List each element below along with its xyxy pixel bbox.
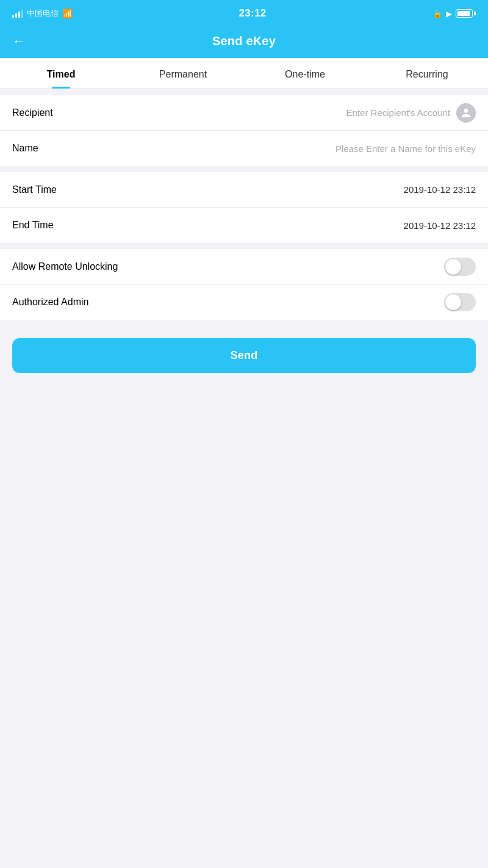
name-label: Name	[12, 143, 92, 154]
status-left: 中国电信 📶	[12, 8, 73, 19]
authorized-admin-toggle[interactable]	[444, 293, 476, 311]
tab-one-time[interactable]: One-time	[244, 58, 366, 89]
status-bar: 中国电信 📶 23:12 🔒 ▶	[0, 0, 488, 27]
status-right: 🔒 ▶	[432, 9, 476, 18]
signal-icon	[12, 9, 23, 18]
recipient-label: Recipient	[12, 107, 92, 118]
start-time-value: 2019-10-12 23:12	[92, 184, 476, 195]
toggles-section: Allow Remote Unlocking Authorized Admin	[0, 249, 488, 320]
send-section: Send	[0, 320, 488, 391]
lock-icon: 🔒	[432, 9, 442, 18]
end-time-label: End Time	[12, 220, 92, 231]
recipient-placeholder: Enter Recipient's Account	[346, 107, 450, 118]
tab-permanent[interactable]: Permanent	[122, 58, 244, 89]
allow-remote-label: Allow Remote Unlocking	[12, 261, 118, 272]
recipient-row[interactable]: Recipient Enter Recipient's Account	[0, 95, 488, 131]
page-title: Send eKey	[212, 34, 276, 48]
wifi-icon: 📶	[62, 9, 73, 18]
status-time: 23:12	[239, 7, 267, 20]
name-row[interactable]: Name Please Enter a Name for this eKey	[0, 131, 488, 166]
end-time-value: 2019-10-12 23:12	[92, 220, 476, 231]
contact-picker-icon[interactable]	[456, 103, 476, 123]
tab-timed[interactable]: Timed	[0, 58, 122, 89]
recipient-section: Recipient Enter Recipient's Account Name…	[0, 95, 488, 166]
carrier-text: 中国电信	[27, 8, 59, 19]
end-time-row[interactable]: End Time 2019-10-12 23:12	[0, 208, 488, 243]
tab-recurring[interactable]: Recurring	[366, 58, 488, 89]
person-icon	[461, 107, 472, 118]
send-button[interactable]: Send	[12, 338, 476, 373]
authorized-admin-label: Authorized Admin	[12, 297, 92, 308]
start-time-label: Start Time	[12, 184, 92, 195]
allow-remote-row: Allow Remote Unlocking	[0, 249, 488, 284]
tabs-container: Timed Permanent One-time Recurring	[0, 58, 488, 89]
battery-icon	[456, 9, 476, 18]
time-section: Start Time 2019-10-12 23:12 End Time 201…	[0, 172, 488, 243]
allow-remote-toggle[interactable]	[444, 258, 476, 276]
back-button[interactable]: ←	[12, 34, 26, 49]
authorized-admin-row: Authorized Admin	[0, 284, 488, 320]
location-icon: ▶	[446, 9, 452, 18]
nav-bar: ← Send eKey	[0, 27, 488, 58]
recipient-input-area[interactable]: Enter Recipient's Account	[92, 103, 476, 123]
start-time-row[interactable]: Start Time 2019-10-12 23:12	[0, 172, 488, 208]
name-placeholder: Please Enter a Name for this eKey	[92, 143, 476, 154]
